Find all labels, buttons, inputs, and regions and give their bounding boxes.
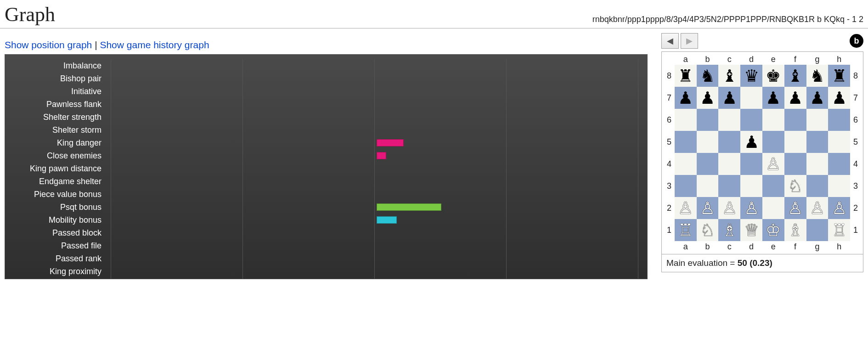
board-square[interactable]: ♙ [718,197,740,219]
board-square[interactable] [740,153,762,175]
chart-row-track [106,98,647,111]
chart-row: Passed rank [5,252,647,265]
chess-piece: ♕ [744,222,759,239]
chart-row: Passed block [5,226,647,239]
board-square[interactable] [806,109,829,131]
board-square[interactable] [740,175,762,197]
board-square[interactable] [718,131,740,153]
board-square[interactable]: ♔ [762,219,784,241]
board-square[interactable] [675,153,697,175]
board-square[interactable]: ♞ [806,65,829,87]
board-square[interactable]: ♟ [784,87,806,109]
board-square[interactable]: ♙ [806,197,829,219]
board-square[interactable]: ♘ [697,219,719,241]
board-square[interactable]: ♟ [828,87,850,109]
board-square[interactable] [762,109,784,131]
board-square[interactable] [784,131,806,153]
board-square[interactable] [828,109,850,131]
chart-row-track [106,201,647,214]
chess-piece: ♙ [810,200,825,217]
board-square[interactable]: ♙ [740,197,762,219]
chess-piece: ♟ [700,90,715,107]
board-square[interactable]: ♟ [762,87,784,109]
board-square[interactable]: ♟ [806,87,829,109]
board-square[interactable] [718,153,740,175]
board-square[interactable]: ♝ [718,65,740,87]
board-square[interactable]: ♙ [675,197,697,219]
board-square[interactable]: ♟ [740,131,762,153]
chart-bar [377,139,404,146]
chess-piece: ♖ [832,222,847,239]
board-square[interactable]: ♙ [697,197,719,219]
board-square[interactable] [740,87,762,109]
board-coord: e [762,54,784,65]
chart-row-label: Passed rank [5,254,106,264]
board-square[interactable]: ♝ [784,65,806,87]
chart-row: Initiative [5,85,647,98]
board-square[interactable]: ♙ [828,197,850,219]
chart-row-label: Shelter strength [5,113,106,122]
board-square[interactable] [806,219,829,241]
board-square[interactable] [762,131,784,153]
board-square[interactable]: ♗ [718,219,740,241]
board-square[interactable] [806,153,829,175]
board-coord: d [740,54,762,65]
show-position-graph-link[interactable]: Show position graph [5,39,92,50]
side-to-move-badge: b [850,34,863,48]
board-square[interactable] [828,131,850,153]
board-square[interactable]: ♗ [784,219,806,241]
graph-link-row: Show position graph | Show game history … [5,39,648,51]
board-square[interactable]: ♙ [784,197,806,219]
chart-row-track [106,59,647,72]
board-square[interactable] [828,153,850,175]
chart-row-track [106,124,647,136]
board-square[interactable] [697,175,719,197]
board-square[interactable] [697,131,719,153]
board-square[interactable] [718,175,740,197]
board-coord: 5 [850,131,861,153]
board-square[interactable]: ♚ [762,65,784,87]
board-square[interactable] [740,109,762,131]
prev-move-button[interactable]: ◀ [661,33,679,49]
board-square[interactable]: ♟ [718,87,740,109]
board-square[interactable] [784,153,806,175]
board-square[interactable] [806,175,829,197]
chart-row: Shelter strength [5,111,647,124]
board-square[interactable] [675,175,697,197]
board-square[interactable]: ♜ [675,65,697,87]
board-square[interactable] [806,131,829,153]
board-square[interactable] [718,109,740,131]
chess-piece: ♘ [788,178,803,195]
board-square[interactable] [697,153,719,175]
chess-piece: ♙ [722,200,737,217]
board-coord: h [828,241,850,252]
board-square[interactable] [762,197,784,219]
board-square[interactable]: ♛ [740,65,762,87]
chess-piece: ♙ [832,200,847,217]
board-square[interactable] [784,109,806,131]
board-square[interactable] [697,109,719,131]
board-square[interactable]: ♜ [828,65,850,87]
chess-piece: ♙ [788,200,803,217]
board-square[interactable]: ♟ [697,87,719,109]
main-evaluation: Main evaluation = 50 (0.23) [661,254,863,272]
board-square[interactable]: ♟ [675,87,697,109]
board-coord: g [806,54,829,65]
board-square[interactable] [675,131,697,153]
chart-bar [377,152,386,159]
show-history-graph-link[interactable]: Show game history graph [100,39,209,50]
board-square[interactable]: ♙ [762,153,784,175]
chart-row: Pawnless flank [5,98,647,111]
board-square[interactable] [675,109,697,131]
board-square[interactable]: ♘ [784,175,806,197]
board-coord: 1 [664,219,675,241]
next-move-button[interactable]: ▶ [681,33,698,49]
chart-row-track [106,265,647,278]
board-coord: 3 [664,175,675,197]
board-square[interactable] [762,175,784,197]
board-square[interactable]: ♕ [740,219,762,241]
board-square[interactable]: ♖ [675,219,697,241]
board-square[interactable]: ♞ [697,65,719,87]
board-square[interactable]: ♖ [828,219,850,241]
board-square[interactable] [828,175,850,197]
